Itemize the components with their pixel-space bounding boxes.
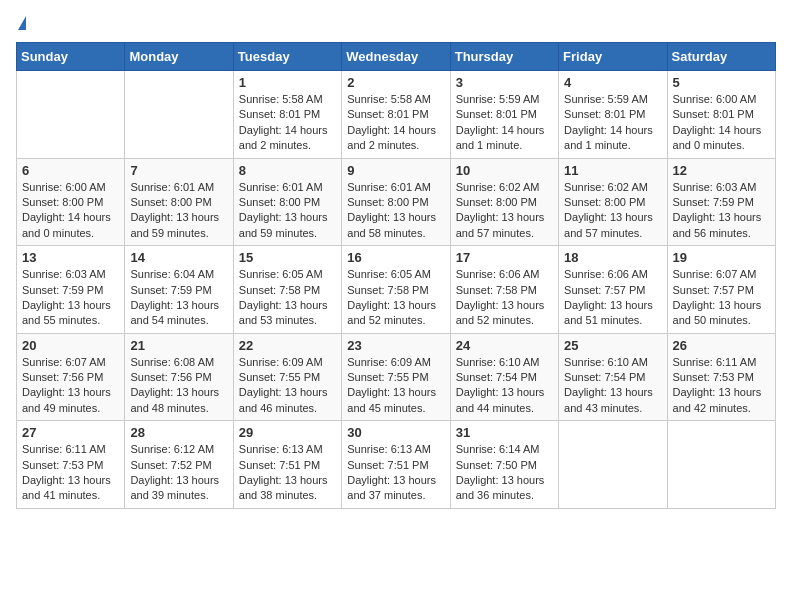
page-header bbox=[16, 16, 776, 30]
calendar-day-cell: 7Sunrise: 6:01 AM Sunset: 8:00 PM Daylig… bbox=[125, 158, 233, 246]
day-info: Sunrise: 6:07 AM Sunset: 7:56 PM Dayligh… bbox=[22, 355, 119, 417]
calendar-day-cell: 24Sunrise: 6:10 AM Sunset: 7:54 PM Dayli… bbox=[450, 333, 558, 421]
calendar-day-cell bbox=[125, 71, 233, 159]
day-info: Sunrise: 6:02 AM Sunset: 8:00 PM Dayligh… bbox=[564, 180, 661, 242]
weekday-header: Saturday bbox=[667, 43, 775, 71]
day-number: 27 bbox=[22, 425, 119, 440]
day-number: 8 bbox=[239, 163, 336, 178]
day-info: Sunrise: 6:10 AM Sunset: 7:54 PM Dayligh… bbox=[456, 355, 553, 417]
day-info: Sunrise: 5:59 AM Sunset: 8:01 PM Dayligh… bbox=[456, 92, 553, 154]
day-info: Sunrise: 6:11 AM Sunset: 7:53 PM Dayligh… bbox=[22, 442, 119, 504]
day-number: 13 bbox=[22, 250, 119, 265]
day-info: Sunrise: 6:13 AM Sunset: 7:51 PM Dayligh… bbox=[347, 442, 444, 504]
calendar-day-cell: 12Sunrise: 6:03 AM Sunset: 7:59 PM Dayli… bbox=[667, 158, 775, 246]
day-number: 21 bbox=[130, 338, 227, 353]
day-number: 9 bbox=[347, 163, 444, 178]
day-info: Sunrise: 6:00 AM Sunset: 8:00 PM Dayligh… bbox=[22, 180, 119, 242]
day-info: Sunrise: 6:09 AM Sunset: 7:55 PM Dayligh… bbox=[347, 355, 444, 417]
day-number: 10 bbox=[456, 163, 553, 178]
day-info: Sunrise: 6:11 AM Sunset: 7:53 PM Dayligh… bbox=[673, 355, 770, 417]
day-info: Sunrise: 6:00 AM Sunset: 8:01 PM Dayligh… bbox=[673, 92, 770, 154]
day-number: 5 bbox=[673, 75, 770, 90]
calendar-day-cell: 28Sunrise: 6:12 AM Sunset: 7:52 PM Dayli… bbox=[125, 421, 233, 509]
calendar-week-row: 1Sunrise: 5:58 AM Sunset: 8:01 PM Daylig… bbox=[17, 71, 776, 159]
day-info: Sunrise: 6:05 AM Sunset: 7:58 PM Dayligh… bbox=[347, 267, 444, 329]
day-number: 24 bbox=[456, 338, 553, 353]
calendar-day-cell bbox=[559, 421, 667, 509]
calendar-day-cell: 3Sunrise: 5:59 AM Sunset: 8:01 PM Daylig… bbox=[450, 71, 558, 159]
calendar-day-cell: 29Sunrise: 6:13 AM Sunset: 7:51 PM Dayli… bbox=[233, 421, 341, 509]
calendar-day-cell: 21Sunrise: 6:08 AM Sunset: 7:56 PM Dayli… bbox=[125, 333, 233, 421]
calendar-day-cell: 13Sunrise: 6:03 AM Sunset: 7:59 PM Dayli… bbox=[17, 246, 125, 334]
calendar-header-row: SundayMondayTuesdayWednesdayThursdayFrid… bbox=[17, 43, 776, 71]
calendar-day-cell: 8Sunrise: 6:01 AM Sunset: 8:00 PM Daylig… bbox=[233, 158, 341, 246]
logo bbox=[16, 16, 26, 30]
weekday-header: Friday bbox=[559, 43, 667, 71]
weekday-header: Monday bbox=[125, 43, 233, 71]
day-info: Sunrise: 6:13 AM Sunset: 7:51 PM Dayligh… bbox=[239, 442, 336, 504]
day-number: 26 bbox=[673, 338, 770, 353]
day-info: Sunrise: 5:58 AM Sunset: 8:01 PM Dayligh… bbox=[239, 92, 336, 154]
calendar-day-cell: 19Sunrise: 6:07 AM Sunset: 7:57 PM Dayli… bbox=[667, 246, 775, 334]
day-number: 29 bbox=[239, 425, 336, 440]
day-info: Sunrise: 6:08 AM Sunset: 7:56 PM Dayligh… bbox=[130, 355, 227, 417]
day-info: Sunrise: 6:03 AM Sunset: 7:59 PM Dayligh… bbox=[22, 267, 119, 329]
calendar-day-cell: 18Sunrise: 6:06 AM Sunset: 7:57 PM Dayli… bbox=[559, 246, 667, 334]
calendar-day-cell: 27Sunrise: 6:11 AM Sunset: 7:53 PM Dayli… bbox=[17, 421, 125, 509]
day-number: 12 bbox=[673, 163, 770, 178]
day-info: Sunrise: 6:03 AM Sunset: 7:59 PM Dayligh… bbox=[673, 180, 770, 242]
logo-triangle-icon bbox=[18, 16, 26, 30]
day-number: 30 bbox=[347, 425, 444, 440]
day-info: Sunrise: 6:04 AM Sunset: 7:59 PM Dayligh… bbox=[130, 267, 227, 329]
calendar-day-cell: 1Sunrise: 5:58 AM Sunset: 8:01 PM Daylig… bbox=[233, 71, 341, 159]
day-info: Sunrise: 6:12 AM Sunset: 7:52 PM Dayligh… bbox=[130, 442, 227, 504]
calendar-day-cell: 2Sunrise: 5:58 AM Sunset: 8:01 PM Daylig… bbox=[342, 71, 450, 159]
calendar-day-cell: 17Sunrise: 6:06 AM Sunset: 7:58 PM Dayli… bbox=[450, 246, 558, 334]
calendar-day-cell bbox=[667, 421, 775, 509]
day-info: Sunrise: 6:06 AM Sunset: 7:57 PM Dayligh… bbox=[564, 267, 661, 329]
day-info: Sunrise: 6:14 AM Sunset: 7:50 PM Dayligh… bbox=[456, 442, 553, 504]
day-number: 11 bbox=[564, 163, 661, 178]
day-number: 18 bbox=[564, 250, 661, 265]
day-info: Sunrise: 6:09 AM Sunset: 7:55 PM Dayligh… bbox=[239, 355, 336, 417]
day-number: 14 bbox=[130, 250, 227, 265]
calendar-day-cell: 15Sunrise: 6:05 AM Sunset: 7:58 PM Dayli… bbox=[233, 246, 341, 334]
calendar-day-cell: 9Sunrise: 6:01 AM Sunset: 8:00 PM Daylig… bbox=[342, 158, 450, 246]
calendar-day-cell: 22Sunrise: 6:09 AM Sunset: 7:55 PM Dayli… bbox=[233, 333, 341, 421]
day-number: 22 bbox=[239, 338, 336, 353]
calendar-week-row: 6Sunrise: 6:00 AM Sunset: 8:00 PM Daylig… bbox=[17, 158, 776, 246]
calendar-day-cell: 5Sunrise: 6:00 AM Sunset: 8:01 PM Daylig… bbox=[667, 71, 775, 159]
day-number: 19 bbox=[673, 250, 770, 265]
day-number: 31 bbox=[456, 425, 553, 440]
day-info: Sunrise: 6:07 AM Sunset: 7:57 PM Dayligh… bbox=[673, 267, 770, 329]
calendar-day-cell: 11Sunrise: 6:02 AM Sunset: 8:00 PM Dayli… bbox=[559, 158, 667, 246]
calendar-day-cell: 20Sunrise: 6:07 AM Sunset: 7:56 PM Dayli… bbox=[17, 333, 125, 421]
calendar-day-cell: 4Sunrise: 5:59 AM Sunset: 8:01 PM Daylig… bbox=[559, 71, 667, 159]
calendar-day-cell bbox=[17, 71, 125, 159]
day-number: 15 bbox=[239, 250, 336, 265]
weekday-header: Tuesday bbox=[233, 43, 341, 71]
day-number: 23 bbox=[347, 338, 444, 353]
calendar-day-cell: 6Sunrise: 6:00 AM Sunset: 8:00 PM Daylig… bbox=[17, 158, 125, 246]
weekday-header: Sunday bbox=[17, 43, 125, 71]
day-info: Sunrise: 6:01 AM Sunset: 8:00 PM Dayligh… bbox=[130, 180, 227, 242]
calendar-day-cell: 25Sunrise: 6:10 AM Sunset: 7:54 PM Dayli… bbox=[559, 333, 667, 421]
calendar-week-row: 27Sunrise: 6:11 AM Sunset: 7:53 PM Dayli… bbox=[17, 421, 776, 509]
day-number: 25 bbox=[564, 338, 661, 353]
day-number: 28 bbox=[130, 425, 227, 440]
calendar-week-row: 13Sunrise: 6:03 AM Sunset: 7:59 PM Dayli… bbox=[17, 246, 776, 334]
day-info: Sunrise: 6:01 AM Sunset: 8:00 PM Dayligh… bbox=[347, 180, 444, 242]
calendar-day-cell: 23Sunrise: 6:09 AM Sunset: 7:55 PM Dayli… bbox=[342, 333, 450, 421]
day-number: 3 bbox=[456, 75, 553, 90]
day-info: Sunrise: 6:01 AM Sunset: 8:00 PM Dayligh… bbox=[239, 180, 336, 242]
day-number: 7 bbox=[130, 163, 227, 178]
day-info: Sunrise: 6:10 AM Sunset: 7:54 PM Dayligh… bbox=[564, 355, 661, 417]
day-info: Sunrise: 6:06 AM Sunset: 7:58 PM Dayligh… bbox=[456, 267, 553, 329]
calendar-day-cell: 16Sunrise: 6:05 AM Sunset: 7:58 PM Dayli… bbox=[342, 246, 450, 334]
day-number: 1 bbox=[239, 75, 336, 90]
calendar-day-cell: 26Sunrise: 6:11 AM Sunset: 7:53 PM Dayli… bbox=[667, 333, 775, 421]
calendar-table: SundayMondayTuesdayWednesdayThursdayFrid… bbox=[16, 42, 776, 509]
calendar-day-cell: 10Sunrise: 6:02 AM Sunset: 8:00 PM Dayli… bbox=[450, 158, 558, 246]
day-info: Sunrise: 6:05 AM Sunset: 7:58 PM Dayligh… bbox=[239, 267, 336, 329]
calendar-day-cell: 31Sunrise: 6:14 AM Sunset: 7:50 PM Dayli… bbox=[450, 421, 558, 509]
